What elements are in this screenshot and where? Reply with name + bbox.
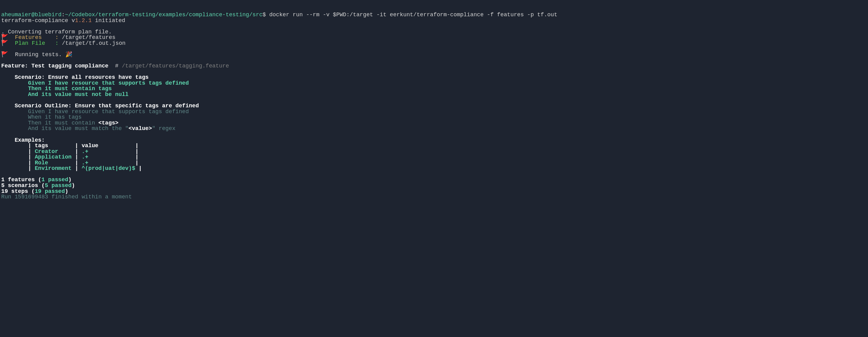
row-tag: Environment [35, 165, 71, 171]
init-version: 1.2.1 [75, 18, 92, 24]
examples-title: Examples: [1, 137, 45, 143]
flag-icon: 🚩 [1, 40, 8, 46]
row-pre: | [1, 148, 35, 155]
running-tests: Running tests. [8, 52, 65, 58]
summary-steps-b: 19 passed [35, 188, 65, 194]
convert-line: . Converting terraform plan file. [1, 29, 112, 35]
scenario2-and1: And its value must match the " [1, 126, 129, 132]
scenario1-then: Then it must contain tags [1, 86, 112, 92]
row-mid: | [71, 160, 82, 166]
command-text: docker run --rm -v $PWD:/target -it eerk… [266, 12, 557, 18]
feature-label: Feature: Test tagging compliance [1, 63, 115, 69]
summary-features-b: 1 passed [41, 177, 68, 183]
scenario2-then: Then it must contain [1, 120, 98, 126]
summary-steps-c: ) [65, 188, 68, 194]
row-tag: Application [35, 154, 71, 160]
row-tag: Creator [35, 148, 71, 155]
prompt-sep2: $ [262, 12, 266, 18]
row-end: | [132, 160, 139, 166]
feature-comment: /target/features/tagging.feature [122, 63, 229, 69]
row-mid: | [71, 165, 82, 171]
scenario2-then-tag: <tags> [98, 120, 119, 126]
summary-scenarios-a: 5 scenarios ( [1, 182, 45, 189]
row-end: | [135, 165, 142, 171]
examples-header: | tags | value | [1, 143, 139, 149]
plan-label: Plan File : [8, 40, 62, 46]
features-path: /target/features [62, 34, 116, 40]
row-val: ^(prod|uat|dev)$ [82, 165, 135, 171]
summary-features-c: ) [68, 177, 71, 183]
scenario2-and-value: <value> [129, 126, 152, 132]
feature-hash: # [115, 63, 122, 69]
features-label: Features : [8, 34, 62, 40]
prompt-sep1: : [61, 12, 65, 18]
scenario2-and2: " regex [152, 126, 175, 132]
terminal-output: aheumaier@bluebird:~/Codebox/terraform-t… [1, 12, 867, 200]
row-pre: | [1, 160, 35, 166]
row-val: .+ [82, 148, 132, 155]
row-pre: | [1, 165, 35, 171]
row-val: .+ [82, 154, 132, 160]
run-line: Run 1591699483 finished within a moment [1, 194, 132, 200]
row-end: | [132, 148, 139, 155]
prompt-user: aheumaier@bluebird [1, 12, 61, 18]
scenario2-when: When it has tags [1, 114, 82, 120]
summary-features-a: 1 features ( [1, 177, 41, 183]
scenario1-title: Scenario: Ensure all resources have tags [1, 74, 149, 80]
row-val: .+ [82, 160, 132, 166]
row-mid: | [71, 154, 82, 160]
scenario1-given: Given I have resource that supports tags… [1, 80, 189, 86]
init-suffix: initiated [92, 18, 125, 24]
flag-icon: 🚩 [1, 52, 8, 58]
row-pre: | [1, 154, 35, 160]
plan-path: /target/tf.out.json [62, 40, 126, 46]
scenario2-title: Scenario Outline: Ensure that specific t… [1, 103, 199, 109]
party-icon: 🎉 [65, 52, 72, 58]
summary-scenarios-b: 5 passed [45, 182, 71, 189]
summary-steps-a: 19 steps ( [1, 188, 35, 194]
row-end: | [132, 154, 139, 160]
prompt-path: ~/Codebox/terraform-testing/examples/com… [65, 12, 262, 18]
scenario2-given: Given I have resource that supports tags… [1, 108, 189, 115]
summary-scenarios-c: ) [71, 182, 75, 189]
scenario1-and: And its value must not be null [1, 91, 129, 98]
row-tag: Role [35, 160, 71, 166]
flag-icon: 🚩 [1, 34, 8, 40]
init-prefix: terraform-compliance v [1, 18, 75, 24]
row-mid: | [71, 148, 82, 155]
